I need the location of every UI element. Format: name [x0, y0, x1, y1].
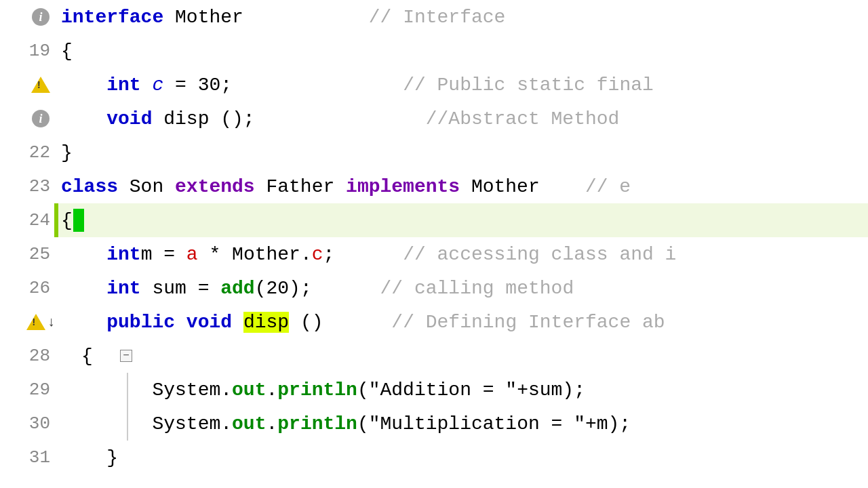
code-line-21: void disp (); //Abstract Method — [61, 108, 619, 129]
code-row-24: { — [54, 203, 868, 237]
gutter-row-25: 25 — [0, 237, 54, 271]
gutter-row-26: 26 — [0, 271, 54, 305]
gutter-row-23: 23 — [0, 169, 54, 203]
line-number-31: 31 — [29, 447, 50, 468]
line-number-26: 26 — [29, 278, 50, 298]
code-row-31: } — [54, 441, 868, 474]
code-row-28: − { — [54, 339, 868, 373]
code-line-19: { — [61, 41, 73, 62]
code-row-23: class Son extends Father implements Moth… — [54, 169, 868, 203]
code-line-28: { — [61, 346, 93, 367]
code-row-26: int sum = add(20); // calling method — [54, 271, 868, 305]
code-editor: i 19 i 22 23 24 — [0, 0, 868, 488]
gutter-row-21: i — [0, 102, 54, 136]
gutter-row-28: 28 — [0, 339, 54, 373]
code-line-31: } — [61, 447, 118, 468]
info-icon-18: i — [31, 7, 50, 26]
code-line-25: intm = a * Mother.c; // accessing class … — [61, 244, 676, 265]
code-row-20: int c = 30; // Public static final — [54, 68, 868, 102]
line-number-29: 29 — [29, 380, 50, 400]
fold-line-29 — [127, 373, 128, 407]
code-line-22: } — [61, 142, 73, 163]
gutter-row-19: 19 — [0, 34, 54, 68]
code-line-18: interface Mother // Interface — [61, 7, 505, 28]
line-number-22: 22 — [29, 142, 50, 163]
line-number-23: 23 — [29, 176, 50, 197]
code-line-23: class Son extends Father implements Moth… — [61, 176, 631, 197]
code-line-20: int c = 30; // Public static final — [61, 75, 654, 96]
gutter-row-18: i — [0, 0, 54, 34]
gutter-row-20 — [0, 68, 54, 102]
line-gutter: i 19 i 22 23 24 — [0, 0, 54, 488]
active-line-indicator — [54, 203, 58, 237]
line-number-19: 19 — [29, 41, 50, 61]
warning-icon-20 — [31, 75, 50, 94]
fold-collapse-button[interactable]: − — [120, 350, 132, 362]
code-content-area[interactable]: interface Mother // Interface { int c = … — [54, 0, 868, 488]
gutter-row-24: 24 — [0, 203, 54, 237]
code-line-29: System.out.println("Addition = "+sum); — [61, 380, 585, 401]
line-number-28: 28 — [29, 346, 50, 366]
code-line-30: System.out.println("Multiplication = "+m… — [61, 413, 631, 434]
code-row-29: System.out.println("Addition = "+sum); — [54, 373, 868, 407]
gutter-row-29: 29 — [0, 373, 54, 407]
info-icon-21: i — [31, 109, 50, 128]
code-row-25: intm = a * Mother.c; // accessing class … — [54, 237, 868, 271]
gutter-row-31: 31 — [0, 441, 54, 474]
code-row-22: } — [54, 136, 868, 169]
code-line-27: public void disp () // Defining Interfac… — [61, 312, 665, 333]
code-row-30: System.out.println("Multiplication = "+m… — [54, 407, 868, 441]
code-row-27: public void disp () // Defining Interfac… — [54, 305, 868, 339]
fold-line-30 — [127, 407, 128, 441]
code-row-19: { — [54, 34, 868, 68]
line-number-30: 30 — [29, 413, 50, 434]
text-cursor — [73, 209, 84, 232]
code-row-21: void disp (); //Abstract Method — [54, 102, 868, 136]
line-number-25: 25 — [29, 244, 50, 264]
code-line-26: int sum = add(20); // calling method — [61, 278, 574, 299]
gutter-row-22: 22 — [0, 136, 54, 169]
line-number-24: 24 — [29, 210, 50, 230]
gutter-row-30: 30 — [0, 407, 54, 441]
code-row-18: interface Mother // Interface — [54, 0, 868, 34]
code-line-24: { — [61, 209, 84, 232]
gutter-row-27: ↓ — [0, 305, 54, 339]
warning-arrow-icon-27: ↓ — [31, 312, 50, 331]
